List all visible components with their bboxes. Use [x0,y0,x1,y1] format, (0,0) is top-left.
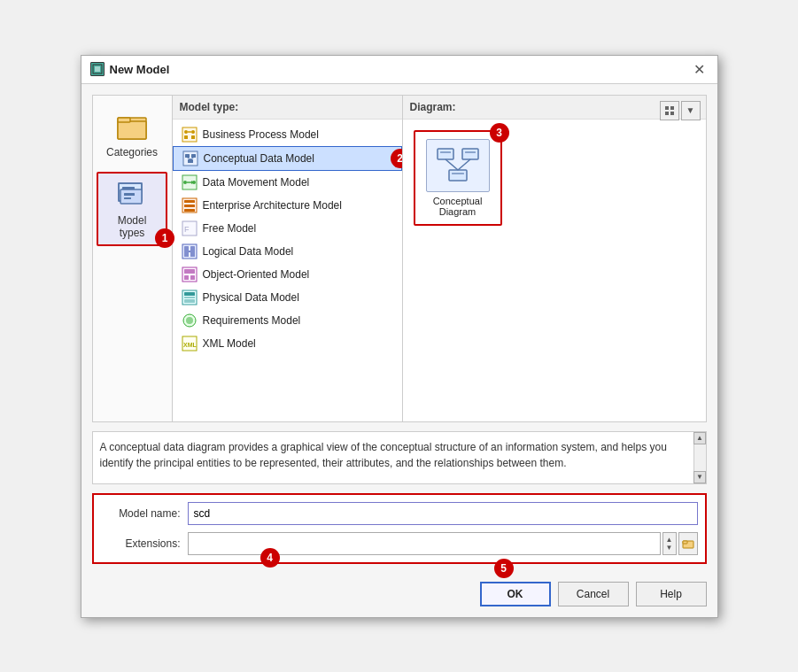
svg-rect-3 [118,121,146,139]
svg-rect-38 [190,246,195,257]
model-type-header: Model type: [173,96,402,120]
object-oriented-icon [182,266,198,282]
model-item-data-movement[interactable]: Data Movement Model [173,171,402,194]
dialog-title: New Model [110,63,170,76]
physical-data-icon [182,290,198,305]
diagram-item-conceptual[interactable]: Conceptual Diagram 3 [414,130,502,226]
svg-line-60 [458,159,470,170]
extensions-browse-button[interactable] [678,532,698,555]
extensions-input[interactable] [188,532,661,555]
svg-rect-10 [120,189,142,204]
svg-text:XML: XML [183,342,198,348]
right-panel: Diagram: ▼ [403,96,706,421]
badge-4: 4 [260,548,280,568]
model-item-business-process[interactable]: Business Process Model [173,123,402,146]
model-name-row: Model name: [101,502,698,525]
title-bar: New Model ✕ [81,56,717,84]
model-types-label: Model types [104,214,160,239]
badge-5: 5 [494,559,514,578]
svg-rect-47 [184,299,195,303]
form-area: Model name: Extensions: ▲▼ [92,493,707,564]
description-scrollbar: ▲ ▼ [693,432,706,483]
scroll-down[interactable]: ▼ [693,471,706,483]
grid-view-button[interactable] [660,101,679,120]
logical-data-icon [182,243,198,259]
dialog-footer: 5 OK Cancel Help [81,575,717,617]
svg-rect-31 [184,200,195,203]
data-movement-icon [182,174,198,190]
physical-data-label: Physical Data Model [203,291,299,304]
svg-rect-37 [184,246,189,257]
model-types-icon [116,179,148,211]
middle-panel: Model type: Business Process Model [173,96,403,421]
model-item-enterprise-architecture[interactable]: Enterprise Architecture Model [173,194,402,217]
extensions-label: Extensions: [101,537,181,550]
model-item-logical-data[interactable]: Logical Data Model [173,240,402,263]
enterprise-architecture-label: Enterprise Architecture Model [203,199,342,212]
sidebar-item-categories[interactable]: Categories [97,104,167,165]
svg-rect-57 [462,149,478,159]
help-button[interactable]: Help [636,582,707,606]
svg-rect-20 [185,154,190,158]
model-item-object-oriented[interactable]: Object-Oriented Model [173,263,402,286]
svg-rect-55 [670,112,674,115]
logical-data-label: Logical Data Model [203,245,294,258]
svg-point-15 [191,130,195,134]
scroll-up[interactable]: ▲ [693,432,706,444]
requirements-label: Requirements Model [203,314,301,327]
dialog-body: Categories Model types [81,84,717,575]
svg-point-14 [184,130,188,134]
categories-icon [116,111,148,143]
svg-rect-53 [670,106,674,110]
business-process-label: Business Process Model [203,128,319,141]
svg-rect-32 [184,205,195,207]
xml-icon: XML [182,336,198,351]
svg-rect-62 [465,151,476,153]
business-process-icon [182,127,198,143]
svg-rect-18 [191,135,195,139]
requirements-icon [182,313,198,328]
svg-rect-21 [191,154,196,158]
svg-rect-45 [184,292,195,296]
free-label: Free Model [203,222,257,235]
svg-rect-12 [124,197,131,199]
model-item-requirements[interactable]: Requirements Model [173,309,402,332]
dropdown-button[interactable]: ▼ [681,101,701,120]
model-item-xml[interactable]: XML XML Model [173,332,402,355]
svg-rect-13 [182,127,197,142]
free-model-icon: F [182,220,198,236]
dialog-icon [90,62,105,76]
description-text: A conceptual data diagram provides a gra… [100,441,667,469]
diagram-grid: Conceptual Diagram 3 [403,120,706,421]
svg-rect-33 [184,209,195,212]
svg-rect-4 [118,118,130,122]
svg-rect-19 [183,151,198,166]
svg-point-26 [183,181,187,184]
svg-rect-41 [184,269,195,274]
model-name-input[interactable] [188,502,698,525]
svg-rect-52 [665,106,669,110]
svg-rect-61 [440,151,451,153]
badge-1: 1 [155,228,174,248]
sidebar-item-model-types[interactable]: Model types 1 [97,172,167,246]
conceptual-diagram-icon-box [426,139,490,192]
badge-3: 3 [490,123,509,143]
enterprise-architecture-icon [182,197,198,213]
svg-rect-43 [190,275,195,280]
model-name-label: Model name: [101,507,181,520]
model-item-conceptual-data[interactable]: Conceptual Data Model 2 [173,146,402,171]
svg-rect-54 [665,112,669,115]
model-item-free[interactable]: F Free Model [173,217,402,240]
extensions-spinner[interactable]: ▲▼ [662,532,677,555]
model-item-physical-data[interactable]: Physical Data Model [173,286,402,309]
view-controls: ▼ [660,101,701,120]
svg-rect-56 [438,149,453,159]
close-button[interactable]: ✕ [691,60,709,78]
svg-text:F: F [184,225,190,234]
svg-rect-22 [188,159,193,163]
data-movement-label: Data Movement Model [203,176,310,189]
conceptual-diagram-label: Conceptual Diagram [422,196,493,217]
conceptual-diagram-svg [436,147,480,184]
ok-button[interactable]: OK [480,582,551,606]
cancel-button[interactable]: Cancel [558,582,629,606]
